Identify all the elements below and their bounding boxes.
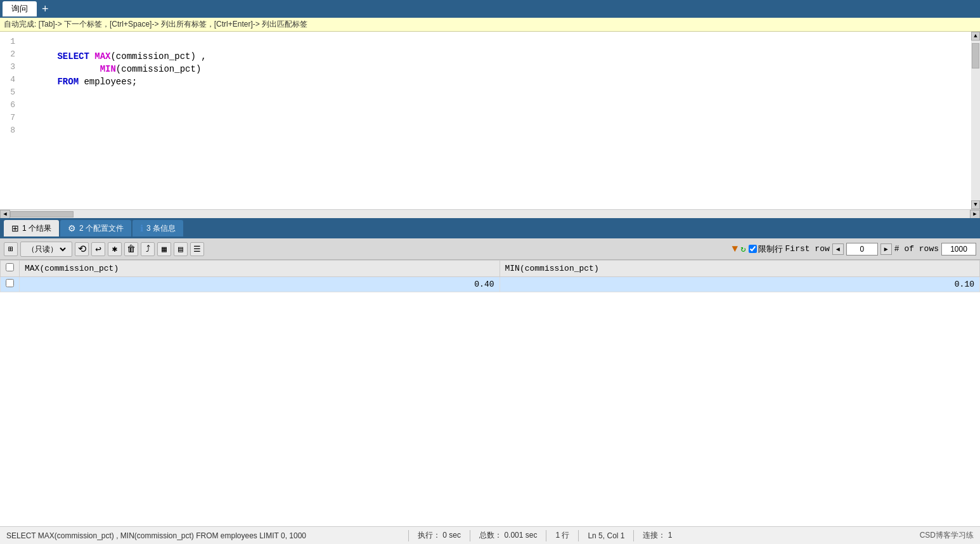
vscroll-down[interactable]: ▼	[971, 200, 980, 209]
table-row[interactable]: 0.40 0.10	[1, 277, 980, 292]
hscroll-thumb[interactable]	[10, 211, 74, 217]
autocomplete-hint: 自动完成: [Tab]-> 下一个标签，[Ctrl+Space]-> 列出所有标…	[0, 18, 980, 32]
status-sql: SELECT MAX(commission_pct) , MIN(commiss…	[0, 531, 406, 540]
status-divider-1	[408, 530, 409, 541]
status-divider-2	[470, 530, 470, 541]
query-tab-label: 询问	[11, 3, 28, 15]
status-divider-5	[633, 530, 634, 541]
vscroll-thumb[interactable]	[972, 43, 979, 68]
data-table-wrapper: MAX(commission_pct) MIN(commission_pct) …	[0, 260, 980, 526]
col-min: MIN(commission_pct)	[500, 261, 980, 277]
refresh-icon[interactable]: ↻	[740, 243, 745, 254]
code-line-6	[25, 99, 966, 112]
status-position: Ln 5, Col 1	[581, 531, 631, 540]
code-line-1: SELECT MAX(commission_pct) ,	[25, 36, 966, 48]
status-divider-3	[546, 530, 546, 541]
hscroll-track[interactable]	[10, 211, 970, 217]
first-row-label: First row	[785, 244, 830, 254]
tab-results-label: 1 个结果	[22, 223, 51, 234]
col-max: MAX(commission_pct)	[20, 261, 500, 277]
toolbar-btn-2[interactable]: ↩	[91, 242, 105, 256]
vscroll-up[interactable]: ▲	[971, 32, 980, 41]
limit-label: 限制行	[758, 243, 783, 255]
grid-icon[interactable]: ⊞	[4, 242, 18, 256]
code-line-5	[25, 86, 966, 99]
status-bar: SELECT MAX(commission_pct) , MIN(commiss…	[0, 526, 980, 544]
view-grid-btn[interactable]: ▦	[157, 242, 171, 256]
brand-label: CSD博客学习练	[920, 530, 980, 541]
results-toolbar: ⊞ （只读） ⟲ ↩ ✱ 🗑 ⤴ ▦ ▤ ☰ ▼ ↻ 限制行 First row…	[0, 238, 980, 260]
code-line-8	[25, 124, 966, 137]
status-divider-4	[578, 530, 579, 541]
add-tab-button[interactable]: +	[38, 3, 53, 15]
results-panel: ⊞ 1 个结果 ⚙ 2 个配置文件 ℹ 3 条信息 ⊞ （只读） ⟲ ↩ ✱ 🗑…	[0, 218, 980, 526]
results-tabs: ⊞ 1 个结果 ⚙ 2 个配置文件 ℹ 3 条信息	[0, 218, 980, 238]
prev-row-btn[interactable]: ◀	[832, 243, 844, 255]
sql-editor: 12345678 SELECT MAX(commission_pct) , MI…	[0, 32, 980, 209]
tab-info-label: 3 条信息	[146, 223, 176, 234]
col-checkbox	[1, 261, 20, 277]
data-table: MAX(commission_pct) MIN(commission_pct) …	[0, 260, 980, 292]
code-area[interactable]: SELECT MAX(commission_pct) , MIN(commiss…	[20, 32, 971, 209]
row-checkbox-cell	[1, 277, 20, 292]
first-row-input[interactable]	[846, 243, 878, 256]
config-icon: ⚙	[68, 223, 76, 233]
results-grid-icon: ⊞	[11, 223, 19, 233]
toolbar-btn-3[interactable]: ✱	[108, 242, 122, 256]
status-connect: 连接： 1	[636, 530, 678, 541]
filter-icon[interactable]: ▼	[732, 243, 738, 255]
next-row-btn[interactable]: ▶	[880, 243, 892, 255]
hscroll-left[interactable]: ◀	[0, 210, 10, 219]
limit-checkbox-label: 限制行	[749, 243, 783, 255]
hscroll-right[interactable]: ▶	[970, 210, 980, 219]
export-btn[interactable]: ⤴	[141, 242, 155, 256]
status-exec: 执行： 0 sec	[411, 530, 467, 541]
rows-label: # of rows	[894, 244, 939, 254]
limit-checkbox[interactable]	[749, 245, 757, 253]
mode-dropdown[interactable]: （只读）	[20, 242, 72, 257]
status-rows: 1 行	[549, 530, 576, 541]
delete-btn[interactable]: 🗑	[124, 242, 138, 256]
line-numbers: 12345678	[0, 32, 20, 209]
mode-select[interactable]: （只读）	[25, 244, 68, 254]
view-text-btn[interactable]: ☰	[190, 242, 204, 256]
code-line-4	[25, 74, 966, 86]
editor-vscroll[interactable]: ▲ ▼	[971, 32, 980, 209]
tab-config-label: 2 个配置文件	[79, 223, 124, 234]
view-list-btn[interactable]: ▤	[174, 242, 188, 256]
editor-hscroll[interactable]: ◀ ▶	[0, 209, 980, 218]
tab-results[interactable]: ⊞ 1 个结果	[4, 220, 59, 236]
tab-info[interactable]: ℹ 3 条信息	[132, 220, 183, 236]
tab-bar: 询问 +	[0, 0, 980, 18]
info-icon: ℹ	[140, 223, 143, 233]
cell-min: 0.10	[500, 277, 980, 292]
query-tab[interactable]: 询问	[3, 1, 37, 16]
tab-config[interactable]: ⚙ 2 个配置文件	[60, 220, 131, 236]
code-line-7	[25, 112, 966, 124]
row-checkbox[interactable]	[6, 279, 14, 287]
rows-input[interactable]	[941, 243, 976, 256]
status-total: 总数： 0.001 sec	[473, 530, 543, 541]
cell-max: 0.40	[20, 277, 500, 292]
toolbar-btn-1[interactable]: ⟲	[75, 242, 89, 256]
select-all-checkbox[interactable]	[6, 263, 14, 271]
